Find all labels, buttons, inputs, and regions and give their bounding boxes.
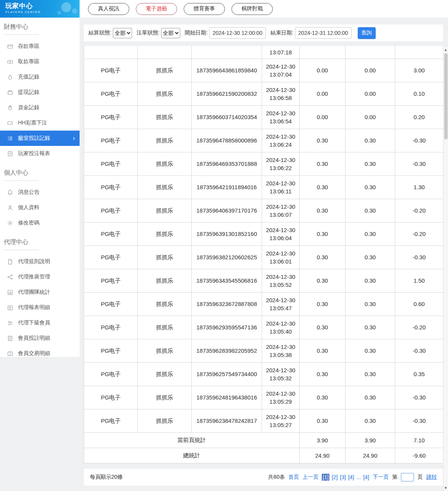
page-number-link[interactable]: [4] bbox=[348, 474, 354, 480]
page-number-link[interactable]: [1] bbox=[322, 474, 329, 481]
start-date-input[interactable] bbox=[209, 27, 266, 39]
vendor-cell: PG电子 bbox=[84, 222, 138, 246]
vendor-cell: PG电子 bbox=[84, 82, 138, 105]
page-ellipsis: ... bbox=[357, 474, 361, 480]
category-tab[interactable]: 電子遊藝 bbox=[136, 3, 177, 15]
sidebar-item[interactable]: 存款專區 bbox=[0, 39, 80, 54]
sidebar-item[interactable]: 消息公告 bbox=[0, 185, 80, 200]
sidebar-item-label: 充值記錄 bbox=[18, 74, 39, 80]
sidebar-item[interactable]: 個人資料 bbox=[0, 200, 80, 215]
scroll-down-arrow-icon[interactable]: ▼ bbox=[443, 485, 448, 491]
game-cell bbox=[138, 46, 192, 59]
sidebar-item[interactable]: 廳室投註記錄› bbox=[0, 131, 80, 146]
time-cell: 2024-12-3013:05:32 bbox=[262, 362, 300, 386]
grand-total-label: 總統計 bbox=[84, 448, 300, 463]
sidebar-item[interactable]: 會員交易明細 bbox=[0, 346, 80, 357]
order-id-cell: 1873596469353701888 bbox=[192, 152, 262, 175]
section-heading-text: 財務中心 bbox=[4, 23, 39, 35]
bet-records-table: 13:07:18 PG电子抓抓乐18735966438618598402024-… bbox=[84, 46, 443, 463]
valid-bet-cell: 0.30 bbox=[345, 246, 395, 269]
sidebar-item[interactable]: 提現記錄 bbox=[0, 85, 80, 100]
sidebar-item[interactable]: 取款專區 bbox=[0, 54, 80, 69]
table-row: PG电子抓抓乐18735964219118940162024-12-3013:0… bbox=[84, 175, 443, 199]
winloss-cell: 3.00 bbox=[395, 59, 443, 82]
order-id-cell: 1873596382120602625 bbox=[192, 246, 262, 269]
vendor-cell: PG电子 bbox=[84, 59, 138, 82]
valid-bet-cell: 0.30 bbox=[345, 199, 395, 222]
bet-amount-cell: 0.30 bbox=[300, 152, 345, 175]
bet-amount-cell: 0.30 bbox=[300, 292, 345, 316]
valid-bet-cell: 0.30 bbox=[345, 269, 395, 292]
first-page-link[interactable]: 首页 bbox=[288, 474, 299, 481]
bet-records-icon bbox=[7, 135, 13, 141]
sidebar-item[interactable]: 會員投註明細 bbox=[0, 331, 80, 346]
sidebar-item-label: 廳室投註記錄 bbox=[18, 135, 50, 142]
bet-records-table-card: 13:07:18 PG电子抓抓乐18735966438618598402024-… bbox=[84, 46, 443, 463]
sidebar-item[interactable]: HH彩票下注 bbox=[0, 115, 80, 131]
table-row: PG电子抓抓乐18735962481964380162024-12-3013:0… bbox=[84, 386, 443, 409]
sidebar-item[interactable]: 資金記錄 bbox=[0, 100, 80, 115]
search-button[interactable]: 查詢 bbox=[358, 27, 376, 39]
main-area: 真人視訊電子遊藝體育賽事棋牌對戰 結算狀態: 全部 注單狀態: 全部 開始日期:… bbox=[80, 0, 448, 491]
page-number-link[interactable]: [4] bbox=[363, 474, 369, 480]
section-heading: 個人中心 bbox=[0, 161, 80, 181]
order-id-cell: 1873596323672887808 bbox=[192, 292, 262, 316]
sidebar-item-label: 修改密碼 bbox=[18, 219, 39, 226]
game-cell: 抓抓乐 bbox=[138, 409, 192, 432]
prev-page-link[interactable]: 上一页 bbox=[302, 474, 318, 481]
settle-status-label: 結算狀態: bbox=[88, 29, 111, 36]
sidebar-item[interactable]: 充值記錄 bbox=[0, 69, 80, 85]
time-cell: 2024-12-3013:06:54 bbox=[262, 105, 300, 129]
game-cell: 抓抓乐 bbox=[138, 269, 192, 292]
page-number-link[interactable]: [2] bbox=[332, 474, 338, 480]
game-cell: 抓抓乐 bbox=[138, 152, 192, 175]
category-tab[interactable]: 棋牌對戰 bbox=[231, 3, 273, 15]
user-icon bbox=[7, 205, 13, 211]
end-date-input[interactable] bbox=[295, 27, 352, 39]
scroll-up-arrow-icon[interactable]: ▲ bbox=[443, 47, 448, 52]
sidebar-item-label: 取款專區 bbox=[18, 58, 39, 65]
valid-bet-cell: 0.00 bbox=[345, 59, 395, 82]
order-status-select[interactable]: 全部 bbox=[161, 28, 180, 38]
sidebar-item-label: 資金記錄 bbox=[18, 104, 39, 111]
valid-bet-cell: 0.30 bbox=[345, 292, 395, 316]
time-cell: 2024-12-3013:07:04 bbox=[262, 59, 300, 82]
table-row: PG电子抓抓乐18735966215902008322024-12-3013:0… bbox=[84, 82, 443, 105]
sidebar-item[interactable]: 代理報表明細 bbox=[0, 300, 80, 315]
winloss-cell: 0.35 bbox=[395, 362, 443, 386]
sidebar-item-label: 代理報表明細 bbox=[18, 304, 50, 311]
sidebar-item[interactable]: 代理規則說明 bbox=[0, 254, 80, 269]
game-cell: 抓抓乐 bbox=[138, 292, 192, 316]
table-row: PG电子抓抓乐18735964063971701762024-12-3013:0… bbox=[84, 199, 443, 222]
order-status-label: 注單狀態: bbox=[137, 29, 160, 36]
next-page-link[interactable]: 下一页 bbox=[373, 474, 389, 481]
game-cell: 抓抓乐 bbox=[138, 199, 192, 222]
vendor-cell: PG电子 bbox=[84, 292, 138, 316]
deposit-card-icon bbox=[7, 43, 13, 49]
settle-status-select[interactable]: 全部 bbox=[113, 28, 132, 38]
vendor-cell: PG电子 bbox=[84, 362, 138, 386]
scrollbar-thumb[interactable] bbox=[444, 53, 448, 139]
page-number-list: [1][2][3][4]...[4] bbox=[322, 474, 369, 481]
sidebar-item[interactable]: 代理團隊統計 bbox=[0, 285, 80, 300]
bet-amount-cell: 0.00 bbox=[300, 59, 345, 82]
category-tab[interactable]: 真人視訊 bbox=[88, 3, 129, 15]
vertical-scrollbar[interactable]: ▲ ▼ bbox=[443, 47, 448, 491]
valid-bet-cell: 0.30 bbox=[345, 362, 395, 386]
sidebar-item-label: 會員交易明細 bbox=[18, 350, 50, 357]
order-id-cell: 1873596391301852160 bbox=[192, 222, 262, 246]
time-cell: 2024-12-3013:06:24 bbox=[262, 129, 300, 152]
sidebar-item[interactable]: 代理下級會員 bbox=[0, 315, 80, 331]
sidebar-item[interactable]: 修改密碼 bbox=[0, 215, 80, 231]
game-cell: 抓抓乐 bbox=[138, 316, 192, 339]
page-number-link[interactable]: [3] bbox=[340, 474, 346, 480]
page-jump-input[interactable] bbox=[401, 473, 414, 481]
category-tab[interactable]: 體育賽事 bbox=[184, 3, 225, 15]
jump-button[interactable]: 跳转 bbox=[426, 474, 437, 481]
winloss-cell: -0.20 bbox=[395, 199, 443, 222]
table-row: PG电子抓抓乐18735962384782428172024-12-3013:0… bbox=[84, 409, 443, 432]
sidebar-item[interactable]: 代理推廣管理 bbox=[0, 269, 80, 285]
jump-suffix-label: 页 bbox=[417, 474, 423, 481]
sidebar-item[interactable]: 玩家投注報表 bbox=[0, 146, 80, 161]
grand-total-winloss: -9.60 bbox=[395, 448, 443, 463]
